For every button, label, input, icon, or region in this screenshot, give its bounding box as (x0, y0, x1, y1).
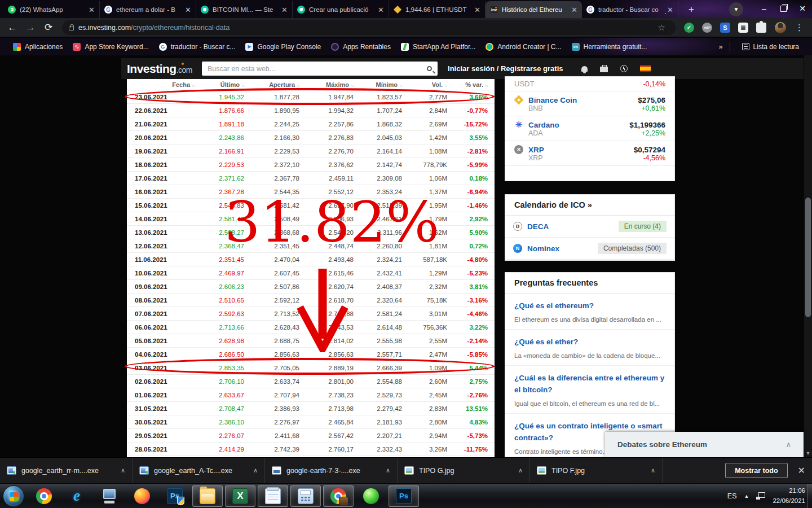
quote-row-usdt-partial[interactable]: USDT -0,14% (505, 77, 674, 91)
bookmark-herramienta[interactable]: Herramienta gratuit... (567, 41, 652, 52)
extension-s-icon[interactable]: S (720, 23, 730, 33)
tab-traductor[interactable]: traductor - Buscar co ✕ (582, 1, 678, 18)
bookmark-aplicaciones[interactable]: Aplicaciones (8, 41, 68, 52)
tab-close-icon[interactable]: ✕ (378, 6, 384, 14)
taskbar-calculator[interactable] (290, 485, 321, 507)
reload-button[interactable]: ⟳ (41, 20, 56, 36)
ico-name-link[interactable]: Nominex (527, 244, 559, 253)
column-header[interactable]: Apertura (244, 81, 299, 88)
start-button[interactable] (3, 485, 24, 507)
ico-calendar-title[interactable]: Calendario de ICO » (505, 195, 674, 216)
search-icon[interactable] (427, 66, 432, 71)
media-controls-button[interactable]: ▼ (729, 2, 743, 16)
site-search[interactable] (202, 62, 438, 76)
portfolio-icon[interactable] (600, 67, 608, 72)
column-header[interactable]: % var. (447, 81, 488, 88)
column-header[interactable]: Vol. (402, 81, 447, 88)
taskbar-green-app[interactable] (356, 485, 386, 507)
download-tipo-g[interactable]: TIPO G.jpg ∧ (398, 458, 530, 483)
tab-historico-ethereum[interactable]: Histórico del Ethereu ✕ (486, 1, 582, 18)
bookmark-apps-rentables[interactable]: Apps Rentables (326, 41, 396, 52)
extension-qr-icon[interactable]: ▦ (738, 23, 748, 33)
bookmark-play-console[interactable]: Google Play Console (240, 41, 326, 52)
back-button[interactable]: ← (5, 20, 20, 36)
forward-button[interactable]: → (23, 20, 38, 36)
taskbar-explorer[interactable] (192, 485, 223, 507)
download-options-chevron[interactable]: ∧ (121, 467, 125, 474)
bookmark-android-creator[interactable]: Android Creator | C... (480, 41, 566, 52)
tab-close-icon[interactable]: ✕ (281, 6, 288, 14)
hidden-icons-chevron[interactable]: ▲ (744, 493, 749, 499)
column-header[interactable]: Máximo (299, 81, 354, 88)
ico-nominex[interactable]: Nominex Completadas (500) (505, 238, 674, 260)
taskbar-chrome[interactable] (29, 485, 59, 507)
faq-question-link[interactable]: ¿Qué es el ether? (514, 336, 665, 348)
ico-deca[interactable]: DECA En curso (4) (505, 216, 674, 238)
column-header[interactable]: Fecha (135, 81, 195, 88)
extension-adblock-icon[interactable]: ABP (702, 23, 712, 33)
tab-ethusdt[interactable]: 1,944.66 | ETHUSDT ✕ (389, 1, 486, 18)
close-button[interactable]: ✕ (793, 0, 812, 17)
tab-ethereum-a-dolar[interactable]: ethereum a dolar - B ✕ (100, 1, 196, 18)
minimize-button[interactable]: – (754, 0, 774, 17)
taskbar-photoshop[interactable] (389, 485, 419, 507)
language-indicator[interactable]: ES (727, 492, 737, 500)
close-downloads-bar-icon[interactable]: ✕ (798, 465, 805, 476)
quote-name-link[interactable]: Binance Coin (528, 96, 577, 104)
download-google-earth-a-tc[interactable]: google_earth_A-Tc....exe ∧ (133, 458, 265, 483)
download-options-chevron[interactable]: ∧ (386, 467, 390, 474)
tab-close-icon[interactable]: ✕ (185, 6, 191, 14)
show-all-downloads-button[interactable]: Mostrar todo (725, 463, 787, 478)
network-icon[interactable] (756, 492, 765, 500)
browser-menu-icon[interactable]: ⋮ (795, 23, 804, 33)
recent-quotes-clock-icon[interactable] (620, 65, 628, 72)
tray-clock[interactable]: 21:06 22/06/2021 (773, 486, 805, 506)
quote-xrp[interactable]: XRP $0,57294 XRP -4,56% (505, 141, 674, 166)
taskbar-internet-explorer[interactable] (61, 485, 92, 507)
extensions-puzzle-icon[interactable] (756, 23, 766, 33)
ico-name-link[interactable]: DECA (527, 222, 549, 231)
url-bar[interactable]: es.investing.com/crypto/ethereum/histori… (62, 20, 676, 35)
extension-thumbs-icon[interactable]: ✓ (684, 23, 694, 33)
download-options-chevron[interactable]: ∧ (253, 467, 258, 474)
column-header[interactable]: Mínimo (354, 81, 402, 88)
taskbar-notepad[interactable] (258, 485, 288, 507)
bookmark-startapp[interactable]: StartApp Ad Platfor... (396, 41, 480, 52)
notifications-bell-icon[interactable] (581, 66, 588, 72)
taskbar-firefox[interactable] (127, 485, 157, 507)
chevron-up-icon[interactable]: ∧ (785, 440, 791, 449)
download-options-chevron[interactable]: ∧ (518, 467, 523, 474)
bookmark-star-icon[interactable]: ☆ (658, 23, 665, 33)
debates-panel[interactable]: Debates sobre Ethereum ∧ (605, 432, 804, 457)
taskbar-excel[interactable] (225, 485, 255, 507)
tab-whatsapp[interactable]: (22) WhatsApp ✕ (3, 1, 100, 18)
faq-question-link[interactable]: ¿Cuál es la diferencia entre el ethereum… (514, 373, 665, 396)
quote-name-link[interactable]: Cardano (528, 121, 559, 129)
tab-close-icon[interactable]: ✕ (667, 6, 673, 14)
tab-close-icon[interactable]: ✕ (571, 6, 577, 14)
tab-close-icon[interactable]: ✕ (474, 6, 480, 14)
profile-avatar[interactable] (775, 22, 786, 33)
bookmark-traductor[interactable]: traductor - Buscar c... (154, 41, 241, 52)
quote-cardano[interactable]: Cardano $1,199366 ADA +2,25% (505, 116, 674, 141)
download-options-chevron[interactable]: ∧ (651, 467, 655, 474)
tab-close-icon[interactable]: ✕ (89, 6, 95, 14)
download-tipo-f[interactable]: TIPO F.jpg ∧ (530, 458, 663, 483)
page-scrollbar[interactable]: ▼ (804, 55, 812, 457)
taskbar-remote-desktop[interactable] (94, 485, 125, 507)
download-google-earth-7-3[interactable]: google-earth-7-3-....exe ∧ (265, 458, 398, 483)
taskbar-chrome-profile[interactable] (323, 485, 354, 507)
investing-logo[interactable]: Investing.com (127, 62, 192, 76)
scrollbar-thumb[interactable] (805, 198, 811, 317)
signin-link[interactable]: Iniciar sesión / Registrarse gratis (448, 64, 563, 73)
tab-crear-publicacion[interactable]: Crear una publicació ✕ (293, 1, 389, 18)
faq-question-link[interactable]: ¿Qué es el ethereum? (514, 300, 665, 312)
site-search-input[interactable] (208, 65, 423, 73)
quote-binance-coin[interactable]: Binance Coin $275,06 BNB +0,61% (505, 91, 674, 116)
download-google-earth-rr[interactable]: google_earth_rr-m....exe ∧ (0, 458, 133, 483)
lock-icon[interactable] (69, 27, 74, 30)
restore-button[interactable] (774, 0, 793, 17)
quote-name-link[interactable]: XRP (528, 146, 544, 154)
bookmark-app-store-keyword[interactable]: App Store Keyword... (68, 41, 153, 52)
taskbar-photoshop-installer[interactable] (160, 485, 190, 507)
